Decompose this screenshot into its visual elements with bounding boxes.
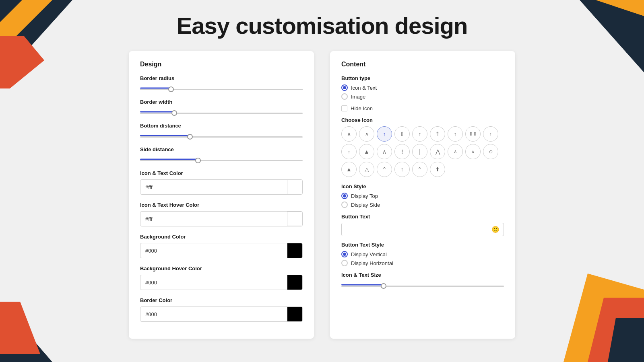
side-distance-label: Side distance <box>140 146 303 152</box>
background-hover-color-label: Background Hover Color <box>140 265 303 272</box>
background-color-field: Background Color <box>140 234 303 258</box>
radio-icon-text-label: Icon & Text <box>351 85 377 91</box>
radio-icon-text-circle <box>341 84 348 91</box>
icon-btn-14[interactable]: ⋀ <box>430 144 445 159</box>
border-width-field: Border width <box>140 99 303 115</box>
icon-text-hover-color-field: Icon & Text Hover Color <box>140 202 303 226</box>
button-text-style-label: Button Text Style <box>341 242 504 248</box>
icon-btn-8[interactable]: ↑ <box>483 126 498 142</box>
hide-icon-checkbox[interactable] <box>341 105 347 111</box>
icon-btn-7[interactable]: ⬆⬆ <box>465 126 481 142</box>
design-panel: Design Border radius Border width Bottom… <box>129 51 314 339</box>
icon-btn-18[interactable]: ▲ <box>341 162 357 177</box>
radio-display-horizontal-label: Display Horizontal <box>351 260 393 266</box>
icon-btn-0[interactable]: ∧ <box>341 126 357 142</box>
icon-btn-13[interactable]: | <box>412 144 427 159</box>
icon-btn-10[interactable]: ▲ <box>359 144 374 159</box>
icon-btn-3[interactable]: ⇧ <box>394 126 410 142</box>
icon-text-color-label: Icon & Text Color <box>140 170 303 176</box>
icon-btn-19[interactable]: △ <box>359 162 374 177</box>
button-text-input[interactable] <box>342 223 487 236</box>
button-type-image[interactable]: Image <box>341 93 504 100</box>
border-color-input[interactable] <box>140 308 287 321</box>
icon-style-group: Display Top Display Side <box>341 193 504 208</box>
design-panel-title: Design <box>140 61 303 68</box>
radio-image-label: Image <box>351 94 365 100</box>
icon-btn-4[interactable]: ↑ <box>412 126 427 142</box>
background-color-row <box>140 243 303 258</box>
icon-text-hover-color-swatch[interactable] <box>287 212 302 226</box>
radio-display-side-circle <box>341 202 348 208</box>
text-style-display-horizontal[interactable]: Display Horizontal <box>341 260 504 266</box>
button-text-style-group: Display Vertical Display Horizontal <box>341 251 504 266</box>
icon-text-size-label: Icon & Text Size <box>341 272 504 278</box>
side-distance-slider[interactable] <box>140 160 303 161</box>
background-color-input[interactable] <box>140 245 287 257</box>
radio-display-horizontal-circle <box>341 260 348 266</box>
icon-text-hover-color-input[interactable] <box>140 213 287 225</box>
radio-display-vertical-dot <box>343 253 346 256</box>
icon-btn-23[interactable]: ⬆ <box>430 162 445 177</box>
icon-btn-1[interactable]: ∧ <box>359 126 374 142</box>
icon-text-color-swatch[interactable] <box>287 180 302 194</box>
button-text-section-label: Button Text <box>341 214 504 220</box>
text-style-display-vertical[interactable]: Display Vertical <box>341 251 504 257</box>
icon-text-color-row <box>140 179 303 195</box>
bottom-distance-label: Bottom distance <box>140 123 303 129</box>
icon-btn-2[interactable]: ↑ <box>377 126 392 142</box>
background-hover-color-swatch[interactable] <box>287 275 302 290</box>
background-color-label: Background Color <box>140 234 303 240</box>
border-radius-slider-wrapper <box>140 84 303 92</box>
radio-icon-text-dot <box>343 86 346 89</box>
icon-btn-15[interactable]: ∧ <box>448 144 463 159</box>
icon-btn-21[interactable]: ↑ <box>394 162 410 177</box>
bottom-distance-slider[interactable] <box>140 136 303 138</box>
bottom-distance-slider-wrapper <box>140 132 303 139</box>
radio-display-top-label: Display Top <box>351 193 378 199</box>
icon-style-display-top[interactable]: Display Top <box>341 193 504 199</box>
button-type-group: Icon & Text Image <box>341 84 504 100</box>
emoji-icon[interactable]: 🙂 <box>487 226 504 233</box>
border-radius-slider[interactable] <box>140 88 303 90</box>
background-hover-color-input[interactable] <box>140 276 287 289</box>
icon-text-hover-color-label: Icon & Text Hover Color <box>140 202 303 208</box>
border-color-row <box>140 306 303 322</box>
border-radius-field: Border radius <box>140 75 303 92</box>
content-panel-title: Content <box>341 61 504 68</box>
icon-btn-9[interactable]: ↑ <box>341 144 357 159</box>
icon-text-color-field: Icon & Text Color <box>140 170 303 195</box>
icon-btn-22[interactable]: ⌃ <box>412 162 427 177</box>
icon-text-size-slider[interactable] <box>341 285 504 287</box>
border-color-field: Border Color <box>140 297 303 322</box>
background-hover-color-field: Background Hover Color <box>140 265 303 290</box>
hide-icon-label: Hide Icon <box>351 105 373 111</box>
bottom-distance-field: Bottom distance <box>140 123 303 139</box>
icon-style-display-side[interactable]: Display Side <box>341 202 504 208</box>
radio-display-vertical-circle <box>341 251 348 257</box>
background-color-swatch[interactable] <box>287 243 302 258</box>
radio-display-vertical-label: Display Vertical <box>351 251 387 257</box>
icon-btn-20[interactable]: ⌃ <box>377 162 392 177</box>
button-text-row: 🙂 <box>341 223 504 236</box>
border-color-label: Border Color <box>140 297 303 303</box>
radio-display-top-circle <box>341 193 348 199</box>
icon-btn-12[interactable]: ! <box>394 144 410 159</box>
icon-btn-11[interactable]: ∧ <box>377 144 392 159</box>
choose-icon-label: Choose Icon <box>341 117 504 123</box>
icon-btn-17[interactable]: ⊙ <box>483 144 498 159</box>
border-color-swatch[interactable] <box>287 307 302 321</box>
border-width-label: Border width <box>140 99 303 105</box>
icon-btn-5[interactable]: ⇑ <box>430 126 445 142</box>
icon-btn-6[interactable]: ↑ <box>448 126 463 142</box>
border-width-slider[interactable] <box>140 112 303 114</box>
icon-btn-16[interactable]: ∧ <box>465 144 481 159</box>
page-title: Easy customisation design <box>0 12 644 39</box>
icon-text-color-input[interactable] <box>140 181 287 193</box>
radio-display-top-dot <box>343 194 346 197</box>
side-distance-field: Side distance <box>140 146 303 163</box>
content-panel: Content Button type Icon & Text Image Hi… <box>330 51 515 339</box>
button-type-icon-text[interactable]: Icon & Text <box>341 84 504 91</box>
side-distance-slider-wrapper <box>140 156 303 163</box>
hide-icon-row[interactable]: Hide Icon <box>341 105 504 111</box>
button-type-label: Button type <box>341 75 504 81</box>
